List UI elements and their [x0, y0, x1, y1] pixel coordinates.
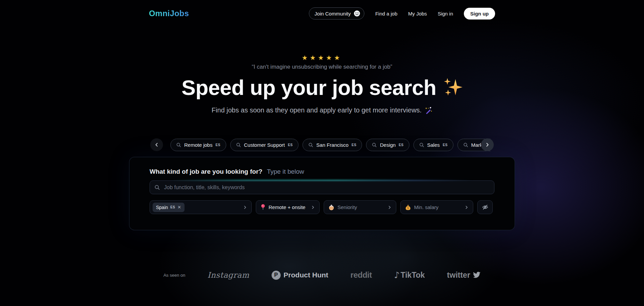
- hero-subtitle: Find jobs as soon as they open and apply…: [0, 106, 644, 114]
- trending-pill-remote-jobs[interactable]: Remote jobs ES: [170, 139, 226, 151]
- search-icon: [236, 142, 241, 147]
- product-hunt-label: Product Hunt: [284, 271, 328, 279]
- five-star-rating-icon: ★★★★★: [0, 54, 644, 61]
- search-icon: [463, 142, 468, 147]
- page-title-text: Speed up your job search: [182, 75, 436, 100]
- pill-label: Customer Support: [244, 142, 285, 148]
- top-nav: OmniJobs Join Community Find a job My Jo…: [149, 0, 495, 20]
- location-chip-label: Spain: [156, 205, 168, 210]
- twitter-logo: twitter: [447, 271, 481, 280]
- page-title: Speed up your job search: [0, 75, 644, 100]
- product-hunt-logo: P Product Hunt: [272, 271, 328, 280]
- search-icon: [154, 184, 160, 190]
- reddit-logo: reddit: [351, 270, 372, 280]
- nav-my-jobs[interactable]: My Jobs: [408, 11, 427, 16]
- pill-country-badge: ES: [288, 143, 293, 147]
- pill-country-badge: ES: [215, 143, 220, 147]
- job-search-input[interactable]: [150, 180, 494, 194]
- testimonial-quote: “I can't imagine unsubscribing while sea…: [0, 64, 644, 70]
- pill-country-badge: ES: [352, 143, 357, 147]
- location-filter-dropdown[interactable]: Spain ES ✕: [150, 200, 252, 214]
- trending-pill-customer-support[interactable]: Customer Support ES: [230, 139, 298, 151]
- scroll-right-button[interactable]: [481, 138, 494, 151]
- trending-pill-san-francisco[interactable]: San Francisco ES: [303, 139, 362, 151]
- job-search-card: What kind of job are you looking for? Ty…: [129, 157, 515, 230]
- pill-country-badge: ES: [399, 143, 404, 147]
- hero-subtitle-text: Find jobs as soon as they open and apply…: [212, 106, 422, 114]
- tiktok-label: TikTok: [401, 271, 425, 280]
- search-icon: [308, 142, 313, 147]
- hide-filters-button[interactable]: [477, 200, 493, 214]
- svg-text:$: $: [407, 206, 409, 210]
- trending-searches-row: Remote jobs ES Customer Support ES San F…: [150, 138, 494, 151]
- tiktok-note-icon: ♪: [394, 270, 400, 280]
- search-icon: [372, 142, 377, 147]
- pill-country-badge: ES: [443, 143, 448, 147]
- logo[interactable]: OmniJobs: [149, 9, 189, 18]
- min-salary-filter-label: Min. salary: [414, 204, 439, 210]
- scroll-left-button[interactable]: [150, 138, 163, 151]
- chevron-right-icon: [388, 205, 392, 209]
- workplace-filter-label: Remote + onsite: [269, 204, 306, 210]
- join-community-button[interactable]: Join Community: [309, 7, 365, 20]
- filters-row: Spain ES ✕ Remote + onsite: [150, 200, 494, 214]
- product-hunt-icon: P: [272, 271, 281, 280]
- search-icon: [419, 142, 424, 147]
- trending-pill-sales[interactable]: Sales ES: [413, 139, 453, 151]
- pill-label: Design: [380, 142, 396, 148]
- instagram-logo: Instagram: [207, 271, 249, 279]
- nav-sign-in[interactable]: Sign in: [438, 11, 453, 16]
- trending-pill-design[interactable]: Design ES: [366, 139, 409, 151]
- chevron-right-icon: [311, 205, 315, 209]
- eye-off-icon: [482, 204, 488, 210]
- seniority-filter-label: Seniority: [337, 204, 357, 210]
- hero-section: ★★★★★ “I can't imagine unsubscribing whi…: [0, 54, 644, 114]
- min-salary-filter-dropdown[interactable]: $ Min. salary: [400, 200, 473, 214]
- chevron-right-icon: [465, 205, 469, 209]
- search-box: [150, 180, 494, 194]
- seniority-filter-dropdown[interactable]: Seniority: [324, 200, 396, 214]
- sign-up-button[interactable]: Sign up: [464, 8, 495, 20]
- search-card-label: What kind of job are you looking for? Ty…: [150, 168, 494, 175]
- workplace-filter-dropdown[interactable]: Remote + onsite: [256, 200, 320, 214]
- search-icon: [176, 142, 181, 147]
- chevron-right-icon: [243, 205, 247, 209]
- twitter-label: twitter: [447, 271, 470, 280]
- location-chip-spain[interactable]: Spain ES ✕: [153, 203, 185, 212]
- sparkles-icon: [443, 78, 462, 97]
- nav-links: Join Community Find a job My Jobs Sign i…: [309, 7, 495, 20]
- chevron-left-icon: [154, 142, 159, 147]
- as-seen-on-caption: As seen on: [163, 273, 185, 278]
- search-hint: Type it below: [267, 168, 304, 175]
- pill-label: Sales: [427, 142, 440, 148]
- pill-track: Remote jobs ES Customer Support ES San F…: [170, 138, 490, 151]
- search-question: What kind of job are you looking for?: [150, 168, 263, 175]
- as-seen-on-section: As seen on Instagram P Product Hunt redd…: [0, 270, 644, 280]
- join-community-label: Join Community: [315, 11, 351, 16]
- chevron-right-icon: [485, 142, 490, 147]
- older-person-icon: [328, 204, 334, 210]
- location-chip-badge: ES: [170, 205, 175, 209]
- community-icon: [354, 10, 360, 17]
- tiktok-logo: ♪ TikTok: [394, 270, 425, 280]
- twitter-bird-icon: [473, 272, 481, 278]
- pill-label: San Francisco: [316, 142, 349, 148]
- pill-label: Remote jobs: [184, 142, 212, 148]
- round-pushpin-icon: [260, 204, 266, 210]
- magic-wand-icon: [425, 107, 432, 114]
- nav-find-a-job[interactable]: Find a job: [375, 11, 397, 16]
- remove-location-icon[interactable]: ✕: [177, 205, 181, 209]
- money-bag-icon: $: [405, 204, 411, 210]
